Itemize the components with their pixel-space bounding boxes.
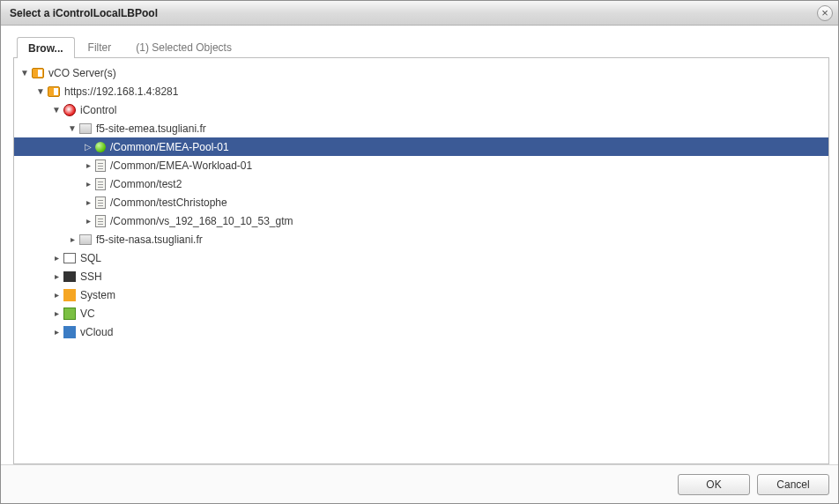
node-label: vCloud [78, 326, 113, 338]
select-pool-dialog: Select a iControlLocalLBPool × Brow... F… [0, 0, 839, 504]
node-sql[interactable]: ▸ SQL [14, 248, 828, 267]
node-server-url[interactable]: ▼ https://192.168.1.4:8281 [14, 82, 828, 100]
tab-selected-objects[interactable]: (1) Selected Objects [124, 36, 243, 57]
node-ssh[interactable]: ▸ SSH [14, 267, 828, 285]
expander-icon[interactable]: ▸ [51, 253, 62, 263]
node-label: f5-site-emea.tsugliani.fr [93, 122, 206, 135]
expander-icon[interactable]: ▸ [83, 179, 93, 189]
object-icon [95, 178, 106, 190]
node-test2[interactable]: ▸ /Common/test2 [14, 174, 828, 193]
close-icon[interactable]: × [817, 5, 833, 21]
cancel-button[interactable]: Cancel [757, 474, 829, 495]
node-f5-site-nasa[interactable]: ▸ f5-site-nasa.tsugliani.fr [14, 230, 828, 248]
expander-icon[interactable]: ▸ [67, 234, 78, 244]
node-label: vCO Server(s) [46, 67, 116, 79]
node-icontrol[interactable]: ▼ iControl [14, 100, 828, 119]
dialog-title: Select a iControlLocalLBPool [10, 7, 817, 19]
ssh-icon [63, 271, 76, 282]
node-system[interactable]: ▸ System [14, 285, 828, 304]
node-label: VC [78, 308, 95, 320]
node-label: iControl [78, 104, 116, 116]
dialog-footer: OK Cancel [1, 464, 838, 503]
node-vco-servers[interactable]: ▼ vCO Server(s) [14, 63, 828, 82]
node-test-christophe[interactable]: ▸ /Common/testChristophe [14, 193, 828, 211]
expander-icon[interactable]: ▷ [83, 142, 93, 152]
expander-icon[interactable]: ▸ [51, 308, 62, 318]
f5-icon [63, 104, 76, 116]
titlebar: Select a iControlLocalLBPool × [1, 1, 838, 26]
site-icon [79, 234, 92, 245]
node-label: SSH [78, 271, 102, 283]
expander-icon[interactable]: ▼ [35, 86, 46, 96]
object-icon [95, 159, 106, 172]
server-icon [32, 68, 44, 78]
tree-panel[interactable]: ▼ vCO Server(s) ▼ https://192.168.1.4:82… [13, 57, 829, 464]
node-label: SQL [78, 252, 101, 264]
expander-icon[interactable]: ▼ [19, 68, 30, 78]
expander-icon[interactable]: ▸ [83, 197, 93, 207]
tab-browse[interactable]: Brow... [17, 37, 75, 58]
object-icon [95, 215, 106, 227]
sql-icon [63, 253, 76, 263]
node-label: /Common/test2 [108, 178, 182, 190]
pool-active-icon [95, 142, 106, 152]
node-label: /Common/EMEA-Workload-01 [108, 159, 252, 172]
node-label: https://192.168.1.4:8281 [62, 85, 178, 98]
tab-filter[interactable]: Filter [77, 36, 123, 57]
node-label: /Common/testChristophe [108, 196, 227, 209]
server-icon [48, 86, 60, 97]
node-label: f5-site-nasa.tsugliani.fr [93, 233, 203, 246]
object-icon [95, 196, 106, 209]
expander-icon[interactable]: ▼ [51, 105, 62, 115]
expander-icon[interactable]: ▸ [83, 160, 93, 170]
node-vs-gtm[interactable]: ▸ /Common/vs_192_168_10_10_53_gtm [14, 211, 828, 230]
node-label: System [78, 289, 115, 301]
content-area: Brow... Filter (1) Selected Objects ▼ vC… [1, 26, 838, 464]
expander-icon[interactable]: ▸ [83, 216, 93, 226]
node-vc[interactable]: ▸ VC [14, 304, 828, 322]
expander-icon[interactable]: ▸ [51, 271, 62, 281]
node-f5-site-emea[interactable]: ▼ f5-site-emea.tsugliani.fr [14, 119, 828, 137]
node-vcloud[interactable]: ▸ vCloud [14, 322, 828, 341]
expander-icon[interactable]: ▸ [51, 327, 62, 337]
system-icon [63, 289, 76, 301]
node-emea-workload-01[interactable]: ▸ /Common/EMEA-Workload-01 [14, 156, 828, 174]
expander-icon[interactable]: ▸ [51, 290, 62, 300]
tabstrip: Brow... Filter (1) Selected Objects [17, 36, 829, 57]
ok-button[interactable]: OK [678, 474, 750, 495]
node-emea-pool-01[interactable]: ▷ /Common/EMEA-Pool-01 [14, 137, 828, 156]
vcloud-icon [63, 326, 76, 338]
node-label: /Common/vs_192_168_10_10_53_gtm [108, 215, 293, 227]
vc-icon [63, 308, 76, 320]
node-label: /Common/EMEA-Pool-01 [108, 141, 229, 153]
expander-icon[interactable]: ▼ [67, 123, 78, 133]
site-icon [79, 123, 92, 134]
